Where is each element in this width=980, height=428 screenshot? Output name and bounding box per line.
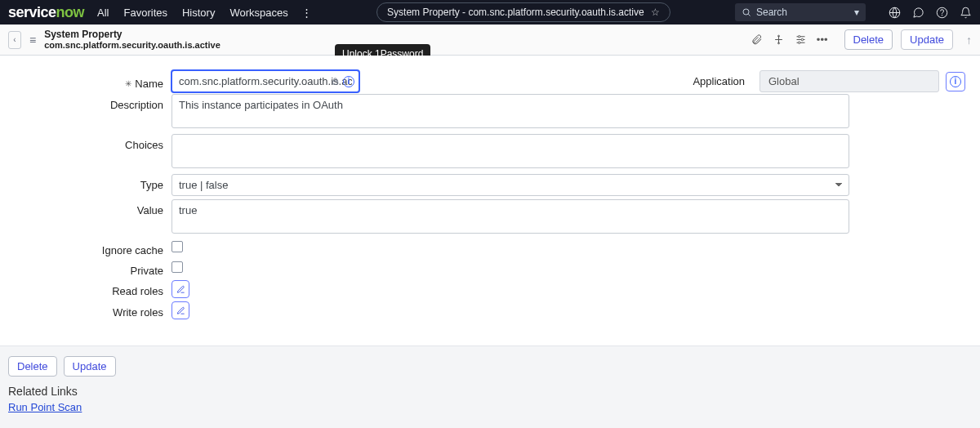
private-label: Private: [0, 260, 172, 277]
value-textarea[interactable]: true: [172, 199, 849, 234]
nav-links: All Favorites History Workspaces: [97, 7, 288, 19]
type-label: Type: [0, 174, 172, 191]
svg-point-0: [743, 9, 749, 15]
settings-sliders-icon[interactable]: [795, 33, 807, 46]
application-label: Application: [693, 75, 745, 87]
back-handle[interactable]: ‹: [8, 31, 21, 49]
description-textarea[interactable]: This instance participates in OAuth: [172, 94, 849, 128]
record-pill[interactable]: System Property - com.snc.platform.secur…: [376, 2, 670, 22]
star-icon[interactable]: ☆: [651, 7, 660, 18]
description-label: Description: [0, 94, 172, 111]
update-button-bottom[interactable]: Update: [64, 356, 116, 377]
delete-button-bottom[interactable]: Delete: [8, 356, 57, 377]
type-select[interactable]: true | false: [172, 174, 849, 196]
value-label: Value: [0, 199, 172, 216]
scroll-top-icon[interactable]: ↑: [966, 33, 972, 47]
global-search[interactable]: Search ▾: [735, 3, 866, 21]
form-body: Name i Application Global i Description …: [0, 56, 980, 346]
form-header-title-line2: com.snc.platform.security.oauth.is.activ…: [44, 40, 220, 50]
application-info-button[interactable]: i: [946, 72, 965, 91]
read-roles-label: Read roles: [0, 280, 172, 297]
nav-workspaces[interactable]: Workspaces: [229, 7, 287, 19]
nav-all[interactable]: All: [97, 7, 109, 19]
name-label: Name: [0, 73, 172, 90]
form-header-title: System Property com.snc.platform.securit…: [44, 29, 220, 50]
search-caret-icon[interactable]: ▾: [854, 7, 859, 18]
run-point-scan-link[interactable]: Run Point Scan: [8, 401, 82, 413]
search-placeholder: Search: [756, 7, 787, 18]
svg-point-11: [801, 38, 804, 41]
bell-icon[interactable]: [960, 7, 972, 19]
read-roles-edit-button[interactable]: [172, 280, 189, 298]
choices-label: Choices: [0, 134, 172, 151]
logo: servicenow: [8, 4, 84, 21]
globe-icon[interactable]: [889, 7, 901, 19]
info-icon[interactable]: i: [343, 76, 354, 87]
activity-icon[interactable]: [773, 33, 785, 46]
svg-rect-13: [332, 81, 337, 84]
svg-point-4: [942, 15, 942, 16]
attachment-icon[interactable]: [751, 33, 763, 46]
nav-history[interactable]: History: [182, 7, 215, 19]
svg-point-3: [937, 7, 947, 18]
search-icon: [742, 7, 751, 17]
nav-more-icon[interactable]: ⋮: [301, 7, 312, 19]
private-checkbox[interactable]: [172, 261, 183, 273]
hamburger-icon[interactable]: ≡: [29, 33, 36, 47]
ignore-cache-checkbox[interactable]: [172, 241, 183, 252]
svg-point-10: [798, 36, 800, 38]
application-field: Global: [760, 70, 939, 92]
more-actions-icon[interactable]: •••: [817, 33, 828, 46]
update-button[interactable]: Update: [901, 29, 953, 50]
form-header-title-line1: System Property: [44, 29, 220, 40]
nav-favorites[interactable]: Favorites: [124, 7, 167, 19]
svg-point-12: [798, 42, 800, 44]
chat-icon[interactable]: [912, 7, 924, 19]
delete-button[interactable]: Delete: [844, 29, 893, 50]
svg-line-1: [748, 14, 750, 16]
write-roles-label: Write roles: [0, 301, 172, 319]
write-roles-edit-button[interactable]: [172, 301, 189, 319]
topnav-utility-icons: [889, 7, 972, 19]
form-header-actions: •••: [751, 33, 828, 46]
lock-icon[interactable]: [331, 77, 340, 86]
top-nav: servicenow All Favorites History Workspa…: [0, 0, 980, 25]
form-header-bar: ‹ ≡ System Property com.snc.platform.sec…: [0, 25, 980, 56]
help-icon[interactable]: [936, 7, 948, 19]
choices-textarea[interactable]: [172, 134, 849, 168]
record-pill-text: System Property - com.snc.platform.secur…: [387, 7, 644, 18]
related-links-heading: Related Links: [8, 385, 972, 398]
form-bottom-bar: Delete Update Related Links Run Point Sc…: [0, 346, 980, 428]
ignore-cache-label: Ignore cache: [0, 239, 172, 256]
